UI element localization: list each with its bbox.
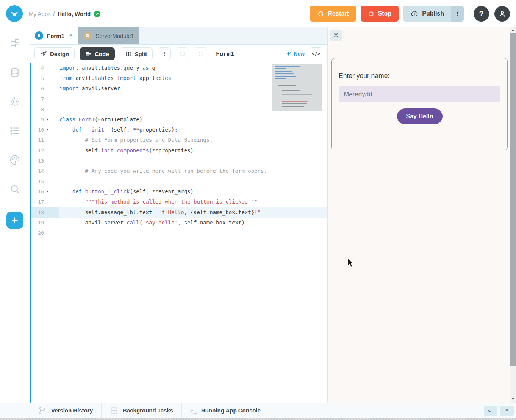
publish-menu-button[interactable] (451, 6, 464, 22)
anvil-logo-icon[interactable] (6, 5, 23, 22)
gutter-cell[interactable]: 11 (31, 135, 59, 145)
sidebar-item-app-structure[interactable] (6, 35, 23, 52)
button-row: Say Hello (339, 108, 500, 124)
expand-app-button[interactable] (330, 30, 342, 41)
publish-label: Publish (422, 10, 444, 17)
tab-servermodule1[interactable]: ServerModule1 (78, 27, 139, 44)
code-token: anvil.tables.query (79, 65, 143, 71)
minimap-line (275, 103, 319, 105)
fold-placeholder (44, 146, 59, 156)
version-history-tab[interactable]: Version History (30, 403, 102, 418)
code-line[interactable]: 14 # Any code you write here will run be… (31, 166, 327, 176)
vertical-scrollbar[interactable] (510, 27, 516, 403)
code-label: Code (95, 51, 109, 57)
code-toggle-button[interactable]: </> (310, 47, 322, 60)
gutter-cell[interactable]: 4 (31, 63, 59, 73)
gutter-cell[interactable]: 7 (31, 94, 59, 104)
help-label: ? (479, 9, 483, 18)
code-line[interactable]: 9▾class Form1(Form1Template): (31, 114, 327, 125)
gutter-cell[interactable]: 15 (31, 176, 59, 186)
code-text: import anvil.tables.query as q (59, 63, 155, 73)
scrollbar-thumb[interactable] (510, 33, 516, 366)
fold-caret-icon[interactable]: ▾ (44, 114, 59, 125)
close-tab-icon[interactable]: × (69, 32, 73, 39)
restart-button[interactable]: Restart (310, 6, 356, 22)
code-token: self. (59, 147, 101, 154)
code-line[interactable]: 13 (31, 156, 327, 166)
gutter-cell[interactable]: 8 (31, 104, 59, 114)
account-button[interactable] (494, 6, 510, 22)
name-input[interactable] (339, 86, 500, 102)
code-line[interactable]: 20 (31, 228, 327, 238)
fold-caret-icon[interactable]: ▾ (44, 125, 59, 135)
publish-button[interactable]: Publish (403, 6, 451, 22)
minimap-bar (275, 68, 286, 69)
line-number: 16 (31, 186, 44, 197)
minimap-line (275, 71, 319, 73)
editor-menu-button[interactable] (158, 47, 171, 60)
code-token: import (117, 75, 136, 81)
code-token: 'say_hello' (142, 219, 178, 226)
gutter-cell[interactable]: 12 (31, 146, 59, 156)
code-line[interactable]: 18 self.message_lbl.text = f"Hello, {sel… (31, 207, 327, 218)
fold-placeholder (44, 63, 59, 73)
collapse-panel-button[interactable]: ^ (500, 406, 514, 416)
gutter-cell[interactable]: 14 (31, 166, 59, 176)
gutter-cell[interactable]: 9▾ (31, 114, 59, 125)
console-quick-button[interactable]: >_ (484, 406, 497, 416)
code-view-button[interactable]: Code (80, 47, 115, 60)
code-line[interactable]: 11 # Set Form properties and Data Bindin… (31, 135, 327, 145)
redo-icon (197, 50, 204, 57)
help-button[interactable]: ? (474, 6, 489, 22)
code-token: anvil.tables (72, 75, 117, 81)
code-line[interactable]: 15 (31, 176, 327, 186)
code-line[interactable]: 16▾ def button_1_click(self, **event_arg… (31, 186, 327, 197)
gutter-cell[interactable]: 6 (31, 83, 59, 94)
code-line[interactable]: 17 """This method is called when the but… (31, 197, 327, 207)
split-view-button[interactable]: Split (120, 47, 153, 60)
sidebar-item-settings[interactable] (6, 93, 23, 110)
scroll-up-arrow[interactable] (510, 27, 516, 33)
minimap-line (275, 68, 319, 70)
gutter-cell[interactable]: 17 (31, 197, 59, 207)
gutter-cell[interactable]: 13 (31, 156, 59, 166)
minimap[interactable] (272, 64, 322, 111)
fold-placeholder (44, 83, 59, 94)
running-app-console-tab[interactable]: >_ Running App Console (182, 403, 269, 418)
design-view-button[interactable]: Design (34, 47, 75, 60)
background-tasks-tab[interactable]: Background Tasks (102, 403, 182, 418)
breadcrumb-parent[interactable]: My Apps (29, 11, 51, 17)
new-button[interactable]: New (286, 51, 305, 57)
gutter-cell[interactable]: 5 (31, 73, 59, 83)
horizontal-scrollbar[interactable] (0, 418, 516, 420)
scroll-down-arrow[interactable] (510, 396, 516, 402)
sidebar-item-theme[interactable] (6, 152, 23, 168)
stop-button[interactable]: Stop (361, 6, 399, 22)
gutter-cell[interactable]: 16▾ (31, 186, 59, 197)
code-text: def button_1_click(self, **event_args): (59, 186, 197, 197)
editor-title: Form1 (216, 50, 234, 58)
gutter-cell[interactable]: 10▾ (31, 125, 59, 135)
code-text: self.init_components(**properties) (59, 146, 194, 156)
sidebar-item-outline[interactable] (6, 122, 23, 139)
sidebar-item-data-tables[interactable] (6, 64, 23, 81)
minimap-line (275, 66, 319, 68)
gutter-cell[interactable]: 18 (31, 207, 59, 218)
server-module-icon (83, 31, 92, 40)
add-component-button[interactable] (6, 212, 23, 229)
server-icon (85, 33, 90, 38)
tab-form1[interactable]: Form1 × (30, 27, 78, 44)
gutter-cell[interactable]: 19 (31, 218, 59, 228)
code-editor[interactable]: 4import anvil.tables.query as q5from anv… (30, 63, 327, 403)
fold-caret-icon[interactable]: ▾ (44, 186, 59, 197)
code-line[interactable]: 10▾ def __init__(self, **properties): (31, 125, 327, 135)
code-line[interactable]: 12 self.init_components(**properties) (31, 146, 327, 156)
redo-button[interactable] (194, 47, 207, 60)
undo-button[interactable] (176, 47, 189, 60)
sidebar-item-search[interactable] (6, 181, 23, 197)
code-line[interactable]: 19 anvil.server.call('say_hello', self.n… (31, 218, 327, 228)
code-token: ( (139, 219, 142, 226)
line-number: 6 (31, 83, 44, 94)
say-hello-button[interactable]: Say Hello (397, 108, 443, 124)
gutter-cell[interactable]: 20 (31, 228, 59, 238)
